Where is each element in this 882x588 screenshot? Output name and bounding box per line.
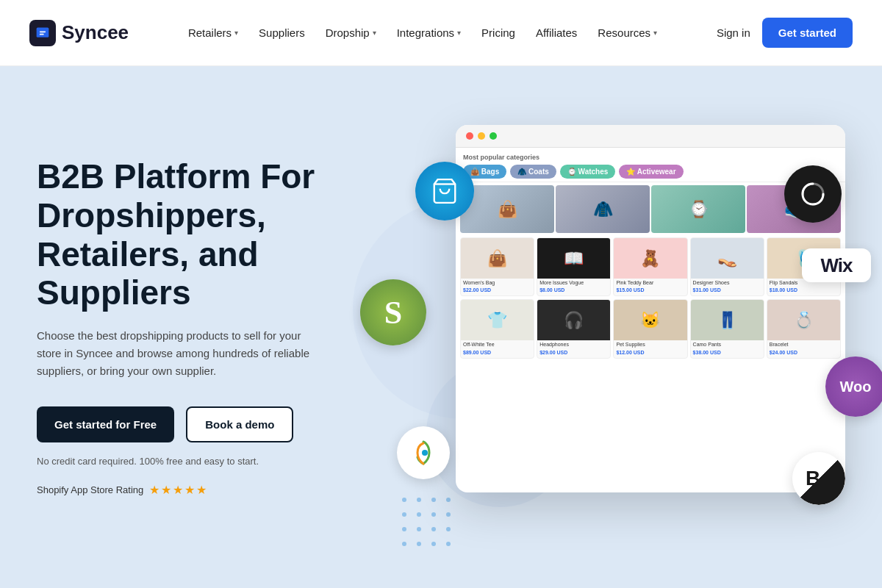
- product-price: $38.00 USD: [691, 350, 764, 355]
- product-title: Pink Teddy Bear: [614, 279, 686, 287]
- hero-note: No credit card required. 100% free and e…: [37, 456, 316, 467]
- rating-label: Shopify App Store Rating: [37, 484, 143, 495]
- product-image: 🧸: [614, 238, 686, 279]
- platform-icon-woo: Woo: [825, 356, 882, 417]
- product-title: Off-White Tee: [461, 340, 534, 349]
- product-image: 👖: [691, 300, 764, 340]
- navbar-actions: Sign in Get started: [717, 18, 853, 48]
- svg-point-37: [402, 498, 406, 502]
- svg-point-52: [446, 542, 451, 546]
- hero-buttons: Get started for Free Book a demo: [37, 406, 316, 442]
- product-title: Headphones: [537, 340, 610, 349]
- category-label: Most popular categories: [463, 154, 838, 161]
- platform-icon-joomla: [397, 426, 450, 479]
- chevron-down-icon: ▾: [457, 29, 461, 37]
- browser-dot-red: [466, 132, 473, 140]
- logo-icon: [29, 20, 56, 46]
- product-price: $18.00 USD: [767, 287, 840, 293]
- platform-icon-bigcommerce: B: [792, 452, 845, 505]
- svg-point-51: [431, 542, 436, 546]
- product-card: 👡 Designer Shoes $31.00 USD: [690, 237, 764, 296]
- svg-point-38: [417, 498, 421, 502]
- hero-content: B2B Platform For Dropshippers, Retailers…: [0, 157, 316, 498]
- platform-icon-wix: Wix: [802, 248, 871, 282]
- product-price: $15.00 USD: [614, 287, 686, 293]
- svg-point-47: [431, 527, 436, 531]
- svg-point-42: [417, 512, 421, 517]
- signin-button[interactable]: Sign in: [717, 26, 750, 39]
- cat-img-watches: ⌚: [651, 185, 745, 233]
- svg-point-40: [446, 498, 451, 502]
- product-card: 💍 Bracelet $24.00 USD: [767, 299, 841, 358]
- brand-name: Syncee: [62, 21, 129, 44]
- nav-integrations[interactable]: Integrations ▾: [397, 26, 461, 39]
- product-price: $89.00 USD: [461, 350, 534, 355]
- product-image: 💍: [767, 300, 840, 340]
- nav-suppliers[interactable]: Suppliers: [259, 26, 305, 39]
- product-price: $12.00 USD: [614, 350, 686, 355]
- chevron-down-icon: ▾: [373, 29, 376, 37]
- nav-pricing[interactable]: Pricing: [481, 26, 515, 39]
- svg-point-48: [446, 527, 451, 531]
- product-price: $31.00 USD: [691, 287, 764, 293]
- product-title: Pet Supplies: [614, 340, 686, 349]
- hero-title: B2B Platform For Dropshippers, Retailers…: [37, 157, 316, 313]
- product-card: 🧸 Pink Teddy Bear $15.00 USD: [613, 237, 687, 296]
- svg-point-49: [402, 542, 406, 546]
- svg-point-43: [431, 512, 436, 517]
- cat-img-coats: 🧥: [556, 185, 650, 233]
- main-nav: Retailers ▾ Suppliers Dropship ▾ Integra…: [188, 26, 657, 39]
- product-row-1: 👜 Women's Bag $22.00 USD 📖 More Issues V…: [456, 236, 845, 298]
- svg-point-45: [402, 527, 406, 531]
- product-title: Designer Shoes: [691, 279, 764, 287]
- product-card: 🐱 Pet Supplies $12.00 USD: [613, 299, 687, 358]
- browser-content: Most popular categories 👜 Bags 🧥 Coats ⌚…: [456, 148, 845, 360]
- hero-section: B2B Platform For Dropshippers, Retailers…: [0, 66, 882, 588]
- product-row-2: 👕 Off-White Tee $89.00 USD 🎧 Headphones …: [456, 298, 845, 359]
- product-price: $24.00 USD: [767, 350, 840, 355]
- product-title: More Issues Vogue: [537, 279, 610, 287]
- getstarted-button[interactable]: Get started: [762, 18, 853, 48]
- platform-icon-cart: [415, 162, 474, 220]
- product-image: 📖: [537, 238, 610, 279]
- product-title: Camo Pants: [691, 340, 764, 349]
- product-card: 👜 Women's Bag $22.00 USD: [460, 237, 534, 296]
- product-title: Bracelet: [767, 340, 840, 349]
- product-title: Women's Bag: [461, 279, 534, 287]
- product-price: $29.00 USD: [537, 350, 610, 355]
- category-tags: 👜 Bags 🧥 Coats ⌚ Watches ⭐ Activewear: [463, 165, 838, 179]
- product-card: 👖 Camo Pants $38.00 USD: [690, 299, 764, 358]
- dots-pattern-2: [397, 492, 463, 559]
- book-demo-button[interactable]: Book a demo: [186, 406, 293, 442]
- brand-logo[interactable]: Syncee: [29, 20, 129, 46]
- category-bar: Most popular categories 👜 Bags 🧥 Coats ⌚…: [456, 148, 845, 182]
- nav-resources[interactable]: Resources ▾: [598, 26, 657, 39]
- product-image: 👡: [691, 238, 764, 279]
- browser-dot-green: [490, 132, 497, 140]
- product-image: 👜: [461, 238, 534, 279]
- cat-watches[interactable]: ⌚ Watches: [560, 165, 616, 179]
- cat-img-bags: 👜: [460, 185, 554, 233]
- product-image: 👕: [461, 300, 534, 340]
- product-price: $8.00 USD: [537, 287, 610, 293]
- get-started-free-button[interactable]: Get started for Free: [37, 406, 174, 442]
- star-rating-icon: ★★★★★: [149, 483, 208, 497]
- cat-coats[interactable]: 🧥 Coats: [510, 165, 556, 179]
- product-card: 🎧 Headphones $29.00 USD: [537, 299, 611, 358]
- hero-rating: Shopify App Store Rating ★★★★★: [37, 483, 316, 497]
- nav-dropship[interactable]: Dropship ▾: [326, 26, 376, 39]
- platform-icon-shopify: S: [360, 279, 426, 345]
- product-card: 👕 Off-White Tee $89.00 USD: [460, 299, 534, 358]
- svg-point-46: [417, 527, 421, 531]
- nav-retailers[interactable]: Retailers ▾: [188, 26, 238, 39]
- browser-bar: [456, 125, 845, 148]
- svg-point-41: [402, 512, 406, 517]
- cat-activewear[interactable]: ⭐ Activewear: [619, 165, 683, 179]
- platform-icon-squarespace: [784, 165, 842, 223]
- product-image: 🎧: [537, 300, 610, 340]
- navbar: Syncee Retailers ▾ Suppliers Dropship ▾ …: [0, 0, 882, 66]
- browser-dot-yellow: [478, 132, 485, 140]
- nav-affiliates[interactable]: Affiliates: [536, 26, 577, 39]
- chevron-down-icon: ▾: [234, 29, 238, 37]
- product-price: $22.00 USD: [461, 287, 534, 293]
